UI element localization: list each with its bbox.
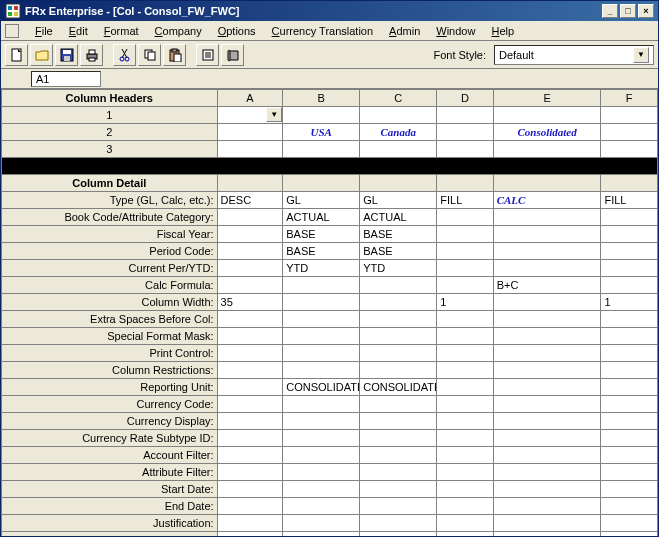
save-button[interactable] xyxy=(55,44,78,66)
detail-cell-14-E[interactable] xyxy=(493,430,601,447)
cell-A3[interactable] xyxy=(217,141,283,158)
detail-label-0[interactable]: Type (GL, Calc, etc.): xyxy=(2,192,218,209)
menu-currency-translation[interactable]: Currency Translation xyxy=(264,23,382,39)
detail-cell-9-E[interactable] xyxy=(493,345,601,362)
detail-cell-6-E[interactable] xyxy=(493,294,601,311)
detail-cell-7-C[interactable] xyxy=(360,311,437,328)
new-button[interactable] xyxy=(5,44,28,66)
detail-label-5[interactable]: Calc Formula: xyxy=(2,277,218,294)
detail-cell-7-D[interactable] xyxy=(437,311,493,328)
detail-cell-16-C[interactable] xyxy=(360,464,437,481)
detail-cell-10-D[interactable] xyxy=(437,362,493,379)
detail-label-20[interactable]: OLAP Descriptions: xyxy=(2,532,218,538)
col-header-B[interactable]: B xyxy=(283,90,360,107)
detail-cell-11-E[interactable] xyxy=(493,379,601,396)
cell-F2[interactable] xyxy=(601,124,658,141)
cell-B3[interactable] xyxy=(283,141,360,158)
cell-F1[interactable] xyxy=(601,107,658,124)
detail-cell-19-F[interactable] xyxy=(601,515,658,532)
detail-cell-15-E[interactable] xyxy=(493,447,601,464)
detail-cell-5-D[interactable] xyxy=(437,277,493,294)
menu-format[interactable]: Format xyxy=(96,23,147,39)
detail-cell-13-C[interactable] xyxy=(360,413,437,430)
detail-cell-14-D[interactable] xyxy=(437,430,493,447)
detail-cell-8-E[interactable] xyxy=(493,328,601,345)
detail-cell-0-C[interactable]: GL xyxy=(360,192,437,209)
detail-cell-18-C[interactable] xyxy=(360,498,437,515)
cell-C1[interactable] xyxy=(360,107,437,124)
detail-cell-7-E[interactable] xyxy=(493,311,601,328)
header-row-2-label[interactable]: 2 xyxy=(2,124,218,141)
detail-cell-4-A[interactable] xyxy=(217,260,283,277)
cell-D3[interactable] xyxy=(437,141,493,158)
detail-label-19[interactable]: Justification: xyxy=(2,515,218,532)
detail-cell-20-B[interactable] xyxy=(283,532,360,538)
fontstyle-select[interactable]: Default ▼ xyxy=(494,45,654,65)
detail-cell-17-C[interactable] xyxy=(360,481,437,498)
cell-D2[interactable] xyxy=(437,124,493,141)
detail-cell-7-A[interactable] xyxy=(217,311,283,328)
menu-company[interactable]: Company xyxy=(147,23,210,39)
detail-cell-15-F[interactable] xyxy=(601,447,658,464)
detail-cell-17-B[interactable] xyxy=(283,481,360,498)
cell-A1[interactable]: ▼ xyxy=(217,107,283,124)
detail-cell-10-F[interactable] xyxy=(601,362,658,379)
detail-cell-5-F[interactable] xyxy=(601,277,658,294)
detail-cell-12-D[interactable] xyxy=(437,396,493,413)
detail-cell-17-F[interactable] xyxy=(601,481,658,498)
cell-dropdown-icon[interactable]: ▼ xyxy=(266,107,282,122)
detail-label-16[interactable]: Attribute Filter: xyxy=(2,464,218,481)
detail-cell-19-C[interactable] xyxy=(360,515,437,532)
detail-cell-16-F[interactable] xyxy=(601,464,658,481)
detail-cell-9-A[interactable] xyxy=(217,345,283,362)
detail-cell-20-D[interactable] xyxy=(437,532,493,538)
detail-cell-1-C[interactable]: ACTUAL xyxy=(360,209,437,226)
open-button[interactable] xyxy=(30,44,53,66)
detail-cell-2-C[interactable]: BASE xyxy=(360,226,437,243)
detail-cell-12-A[interactable] xyxy=(217,396,283,413)
detail-cell-17-D[interactable] xyxy=(437,481,493,498)
detail-cell-11-D[interactable] xyxy=(437,379,493,396)
detail-cell-19-E[interactable] xyxy=(493,515,601,532)
cell-F3[interactable] xyxy=(601,141,658,158)
detail-cell-14-B[interactable] xyxy=(283,430,360,447)
col-header-E[interactable]: E xyxy=(493,90,601,107)
detail-cell-3-C[interactable]: BASE xyxy=(360,243,437,260)
close-button[interactable]: × xyxy=(638,4,654,18)
detail-cell-19-B[interactable] xyxy=(283,515,360,532)
cell-E1[interactable] xyxy=(493,107,601,124)
cell-B1[interactable] xyxy=(283,107,360,124)
detail-cell-6-A[interactable]: 35 xyxy=(217,294,283,311)
cell-C3[interactable] xyxy=(360,141,437,158)
col-header-D[interactable]: D xyxy=(437,90,493,107)
detail-cell-9-D[interactable] xyxy=(437,345,493,362)
cell-D1[interactable] xyxy=(437,107,493,124)
detail-cell-4-C[interactable]: YTD xyxy=(360,260,437,277)
detail-label-7[interactable]: Extra Spaces Before Col: xyxy=(2,311,218,328)
detail-cell-10-E[interactable] xyxy=(493,362,601,379)
col-header-F[interactable]: F xyxy=(601,90,658,107)
detail-cell-10-B[interactable] xyxy=(283,362,360,379)
detail-cell-6-F[interactable]: 1 xyxy=(601,294,658,311)
detail-cell-0-E[interactable]: CALC xyxy=(493,192,601,209)
detail-cell-1-D[interactable] xyxy=(437,209,493,226)
detail-cell-15-B[interactable] xyxy=(283,447,360,464)
detail-cell-10-C[interactable] xyxy=(360,362,437,379)
detail-label-8[interactable]: Special Format Mask: xyxy=(2,328,218,345)
menu-help[interactable]: Help xyxy=(483,23,522,39)
detail-cell-13-E[interactable] xyxy=(493,413,601,430)
detail-cell-13-A[interactable] xyxy=(217,413,283,430)
detail-cell-5-E[interactable]: B+C xyxy=(493,277,601,294)
detail-cell-18-A[interactable] xyxy=(217,498,283,515)
detail-cell-20-F[interactable] xyxy=(601,532,658,538)
header-row-3-label[interactable]: 3 xyxy=(2,141,218,158)
detail-cell-9-F[interactable] xyxy=(601,345,658,362)
detail-label-13[interactable]: Currency Display: xyxy=(2,413,218,430)
detail-label-9[interactable]: Print Control: xyxy=(2,345,218,362)
col-header-A[interactable]: A xyxy=(217,90,283,107)
catalog-button[interactable] xyxy=(221,44,244,66)
cell-E2[interactable]: Consolidated xyxy=(493,124,601,141)
detail-cell-11-B[interactable]: CONSOLIDATE xyxy=(283,379,360,396)
detail-cell-10-A[interactable] xyxy=(217,362,283,379)
menu-admin[interactable]: Admin xyxy=(381,23,428,39)
